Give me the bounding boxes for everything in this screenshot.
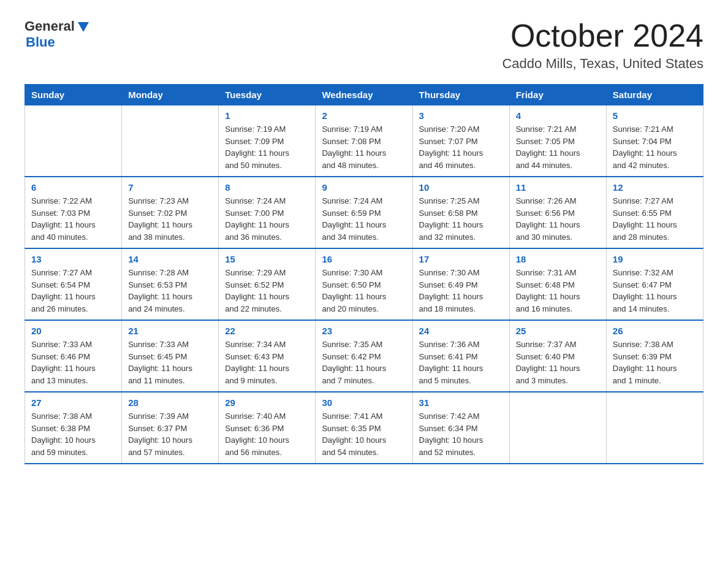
calendar-cell: 2Sunrise: 7:19 AM Sunset: 7:08 PM Daylig… xyxy=(316,105,412,177)
day-number: 15 xyxy=(225,254,309,264)
page-header: General Blue October 2024 Caddo Mills, T… xyxy=(25,18,703,72)
day-number: 12 xyxy=(613,182,697,193)
day-number: 8 xyxy=(225,182,309,193)
day-number: 11 xyxy=(516,182,600,193)
calendar-cell: 5Sunrise: 7:21 AM Sunset: 7:04 PM Daylig… xyxy=(606,105,703,177)
day-info: Sunrise: 7:30 AM Sunset: 6:50 PM Dayligh… xyxy=(322,267,406,315)
subtitle: Caddo Mills, Texas, United States xyxy=(502,56,703,72)
day-info: Sunrise: 7:33 AM Sunset: 6:45 PM Dayligh… xyxy=(128,339,212,386)
calendar-table: SundayMondayTuesdayWednesdayThursdayFrid… xyxy=(25,84,703,464)
calendar-cell: 8Sunrise: 7:24 AM Sunset: 7:00 PM Daylig… xyxy=(219,177,316,248)
calendar-cell: 26Sunrise: 7:38 AM Sunset: 6:39 PM Dayli… xyxy=(606,320,703,392)
day-number: 14 xyxy=(128,254,212,264)
day-number: 26 xyxy=(613,326,697,336)
day-info: Sunrise: 7:34 AM Sunset: 6:43 PM Dayligh… xyxy=(225,339,309,386)
day-number: 20 xyxy=(31,326,115,336)
day-info: Sunrise: 7:24 AM Sunset: 6:59 PM Dayligh… xyxy=(322,195,406,243)
day-number: 22 xyxy=(225,326,309,336)
calendar-cell: 20Sunrise: 7:33 AM Sunset: 6:46 PM Dayli… xyxy=(25,320,122,392)
calendar-cell: 29Sunrise: 7:40 AM Sunset: 6:36 PM Dayli… xyxy=(219,392,316,464)
day-info: Sunrise: 7:38 AM Sunset: 6:38 PM Dayligh… xyxy=(31,410,115,458)
calendar-cell: 21Sunrise: 7:33 AM Sunset: 6:45 PM Dayli… xyxy=(122,320,219,392)
day-number: 2 xyxy=(322,110,406,121)
calendar-week-row: 6Sunrise: 7:22 AM Sunset: 7:03 PM Daylig… xyxy=(25,177,703,248)
day-info: Sunrise: 7:20 AM Sunset: 7:07 PM Dayligh… xyxy=(419,123,503,171)
calendar-cell: 19Sunrise: 7:32 AM Sunset: 6:47 PM Dayli… xyxy=(606,248,703,320)
header-thursday: Thursday xyxy=(412,85,509,105)
calendar-cell: 31Sunrise: 7:42 AM Sunset: 6:34 PM Dayli… xyxy=(412,392,509,464)
day-info: Sunrise: 7:37 AM Sunset: 6:40 PM Dayligh… xyxy=(516,339,600,386)
day-info: Sunrise: 7:42 AM Sunset: 6:34 PM Dayligh… xyxy=(419,410,503,458)
header-friday: Friday xyxy=(509,85,606,105)
calendar-cell: 23Sunrise: 7:35 AM Sunset: 6:42 PM Dayli… xyxy=(316,320,412,392)
calendar-cell: 12Sunrise: 7:27 AM Sunset: 6:55 PM Dayli… xyxy=(606,177,703,248)
calendar-cell: 13Sunrise: 7:27 AM Sunset: 6:54 PM Dayli… xyxy=(25,248,122,320)
day-number: 17 xyxy=(419,254,503,264)
day-number: 27 xyxy=(31,397,115,408)
title-block: October 2024 Caddo Mills, Texas, United … xyxy=(502,18,703,72)
calendar-cell: 28Sunrise: 7:39 AM Sunset: 6:37 PM Dayli… xyxy=(122,392,219,464)
day-number: 13 xyxy=(31,254,115,264)
calendar-cell: 4Sunrise: 7:21 AM Sunset: 7:05 PM Daylig… xyxy=(509,105,606,177)
calendar-cell xyxy=(606,392,703,464)
calendar-cell xyxy=(509,392,606,464)
day-number: 21 xyxy=(128,326,212,336)
day-info: Sunrise: 7:27 AM Sunset: 6:54 PM Dayligh… xyxy=(31,267,115,315)
calendar-cell: 30Sunrise: 7:41 AM Sunset: 6:35 PM Dayli… xyxy=(316,392,412,464)
calendar-week-row: 1Sunrise: 7:19 AM Sunset: 7:09 PM Daylig… xyxy=(25,105,703,177)
day-number: 1 xyxy=(225,110,309,121)
day-info: Sunrise: 7:27 AM Sunset: 6:55 PM Dayligh… xyxy=(613,195,697,243)
day-info: Sunrise: 7:21 AM Sunset: 7:05 PM Dayligh… xyxy=(516,123,600,171)
calendar-cell: 6Sunrise: 7:22 AM Sunset: 7:03 PM Daylig… xyxy=(25,177,122,248)
day-number: 5 xyxy=(613,110,697,121)
header-saturday: Saturday xyxy=(606,85,703,105)
day-number: 23 xyxy=(322,326,406,336)
header-monday: Monday xyxy=(122,85,219,105)
calendar-week-row: 27Sunrise: 7:38 AM Sunset: 6:38 PM Dayli… xyxy=(25,392,703,464)
day-info: Sunrise: 7:30 AM Sunset: 6:49 PM Dayligh… xyxy=(419,267,503,315)
day-number: 28 xyxy=(128,397,212,408)
day-info: Sunrise: 7:29 AM Sunset: 6:52 PM Dayligh… xyxy=(225,267,309,315)
day-info: Sunrise: 7:31 AM Sunset: 6:48 PM Dayligh… xyxy=(516,267,600,315)
day-number: 6 xyxy=(31,182,115,193)
day-info: Sunrise: 7:25 AM Sunset: 6:58 PM Dayligh… xyxy=(419,195,503,243)
day-info: Sunrise: 7:39 AM Sunset: 6:37 PM Dayligh… xyxy=(128,410,212,458)
calendar-week-row: 13Sunrise: 7:27 AM Sunset: 6:54 PM Dayli… xyxy=(25,248,703,320)
calendar-header-row: SundayMondayTuesdayWednesdayThursdayFrid… xyxy=(25,85,703,105)
calendar-cell: 11Sunrise: 7:26 AM Sunset: 6:56 PM Dayli… xyxy=(509,177,606,248)
day-info: Sunrise: 7:19 AM Sunset: 7:08 PM Dayligh… xyxy=(322,123,406,171)
day-info: Sunrise: 7:19 AM Sunset: 7:09 PM Dayligh… xyxy=(225,123,309,171)
day-number: 4 xyxy=(516,110,600,121)
header-tuesday: Tuesday xyxy=(219,85,316,105)
day-number: 30 xyxy=(322,397,406,408)
day-info: Sunrise: 7:40 AM Sunset: 6:36 PM Dayligh… xyxy=(225,410,309,458)
day-number: 3 xyxy=(419,110,503,121)
calendar-cell: 3Sunrise: 7:20 AM Sunset: 7:07 PM Daylig… xyxy=(412,105,509,177)
calendar-cell: 18Sunrise: 7:31 AM Sunset: 6:48 PM Dayli… xyxy=(509,248,606,320)
calendar-cell: 27Sunrise: 7:38 AM Sunset: 6:38 PM Dayli… xyxy=(25,392,122,464)
day-number: 29 xyxy=(225,397,309,408)
day-info: Sunrise: 7:35 AM Sunset: 6:42 PM Dayligh… xyxy=(322,339,406,386)
calendar-cell xyxy=(25,105,122,177)
day-info: Sunrise: 7:23 AM Sunset: 7:02 PM Dayligh… xyxy=(128,195,212,243)
day-info: Sunrise: 7:28 AM Sunset: 6:53 PM Dayligh… xyxy=(128,267,212,315)
calendar-cell: 1Sunrise: 7:19 AM Sunset: 7:09 PM Daylig… xyxy=(219,105,316,177)
page-title: October 2024 xyxy=(502,18,703,53)
logo-general: General xyxy=(25,18,75,34)
calendar-cell: 10Sunrise: 7:25 AM Sunset: 6:58 PM Dayli… xyxy=(412,177,509,248)
calendar-cell: 16Sunrise: 7:30 AM Sunset: 6:50 PM Dayli… xyxy=(316,248,412,320)
calendar-week-row: 20Sunrise: 7:33 AM Sunset: 6:46 PM Dayli… xyxy=(25,320,703,392)
day-number: 24 xyxy=(419,326,503,336)
calendar-cell: 7Sunrise: 7:23 AM Sunset: 7:02 PM Daylig… xyxy=(122,177,219,248)
day-info: Sunrise: 7:21 AM Sunset: 7:04 PM Dayligh… xyxy=(613,123,697,171)
calendar-cell: 25Sunrise: 7:37 AM Sunset: 6:40 PM Dayli… xyxy=(509,320,606,392)
calendar-cell: 22Sunrise: 7:34 AM Sunset: 6:43 PM Dayli… xyxy=(219,320,316,392)
svg-marker-0 xyxy=(78,22,89,32)
calendar-cell xyxy=(122,105,219,177)
day-number: 7 xyxy=(128,182,212,193)
day-number: 16 xyxy=(322,254,406,264)
day-number: 18 xyxy=(516,254,600,264)
day-number: 9 xyxy=(322,182,406,193)
day-number: 25 xyxy=(516,326,600,336)
logo-triangle-icon xyxy=(77,20,90,33)
